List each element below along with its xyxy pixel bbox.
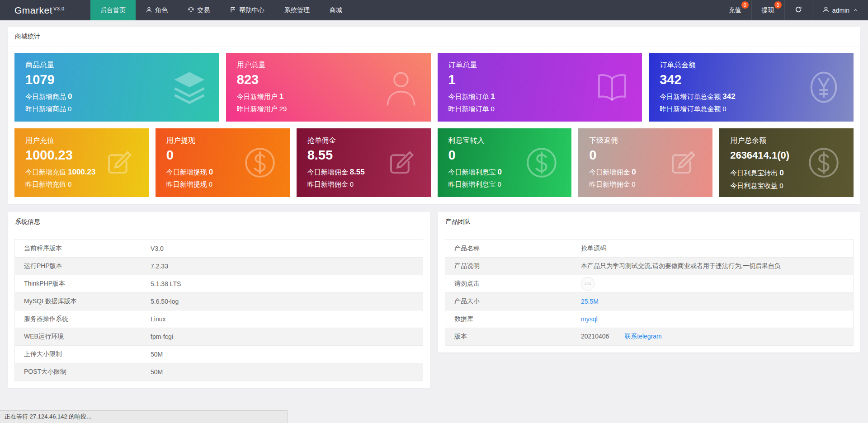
system-info-panel: 系统信息 当前程序版本V3.0运行PHP版本7.2.33ThinkPHP版本5.… bbox=[8, 212, 430, 388]
stat-card-order-amount: 订单总金额342今日新增订单总金额342昨日新增订单总金额0 bbox=[649, 53, 854, 122]
info-row-value: 抢单源码 bbox=[581, 244, 606, 253]
nav-item-roles[interactable]: 角色 bbox=[136, 0, 178, 20]
stat-card-line2-value: 0 bbox=[209, 168, 213, 176]
telegram-link[interactable]: 联系telegram bbox=[624, 333, 661, 340]
info-row: MySQL数据库版本5.6.50-log bbox=[15, 292, 423, 310]
stat-card-line2-value: 1 bbox=[279, 92, 283, 101]
stat-card-line2-label: 今日利息宝转出 bbox=[730, 169, 778, 177]
stat-card-line3-value: 0 bbox=[632, 180, 635, 188]
yen-icon bbox=[804, 67, 844, 107]
product-team-panel: 产品团队 产品名称抢单源码产品说明本产品只为学习测试交流,请勿要做商业或者用于违… bbox=[438, 212, 860, 352]
stats-row-1: 商品总量1079今日新增商品0昨日新增商品0用户总量823今日新增用户1昨日新增… bbox=[14, 53, 854, 122]
stat-card-line3-label: 昨日新增利息宝 bbox=[448, 180, 496, 188]
info-row-value: 25.5M bbox=[581, 298, 599, 305]
info-row: 服务器操作系统Linux bbox=[15, 310, 423, 328]
stat-card-line2-value: 1 bbox=[491, 92, 495, 101]
value-text: V3.0 bbox=[151, 245, 164, 252]
stat-card-line2-value: 1000.23 bbox=[68, 168, 95, 176]
stat-card-interest-in: 利息宝转入0今日新增利息宝0昨日新增利息宝0 bbox=[438, 128, 572, 197]
info-row-label: 版本 bbox=[454, 333, 581, 341]
stat-card-line2-value: 0 bbox=[632, 168, 636, 176]
info-row: 运行PHP版本7.2.33 bbox=[15, 257, 423, 275]
info-row-value: V3.0 bbox=[151, 245, 164, 252]
value-text: 7.2.33 bbox=[151, 263, 168, 270]
info-row: 上传大小限制50M bbox=[15, 345, 423, 363]
stat-card-line2-label: 今日新增佣金 bbox=[589, 168, 630, 176]
logo-text: Gmarket bbox=[14, 5, 52, 16]
info-row-label: 产品名称 bbox=[454, 244, 581, 253]
dollar-icon bbox=[240, 143, 280, 183]
stat-card-line3-label: 昨日新增提现 bbox=[166, 180, 207, 188]
refresh-icon bbox=[795, 6, 802, 14]
info-row-value: 5.6.50-log bbox=[151, 298, 179, 305]
refresh-button[interactable] bbox=[784, 0, 812, 20]
app-logo: Gmarket V3.0 bbox=[0, 0, 90, 20]
info-row: POST大小限制50M bbox=[15, 363, 423, 381]
chevron-up-icon bbox=[852, 7, 858, 14]
info-row: 数据库mysql bbox=[445, 310, 853, 328]
layers-icon bbox=[170, 67, 209, 107]
info-row-label: POST大小限制 bbox=[24, 368, 151, 376]
nav-item-help[interactable]: 帮助中心 bbox=[220, 0, 274, 20]
info-row-label: 请勿点击 bbox=[454, 280, 581, 288]
info-row-value: fpm-fcgi bbox=[151, 333, 173, 340]
info-row-value: 本产品只为学习测试交流,请勿要做商业或者用于违法行为,一切后果自负 bbox=[581, 262, 781, 270]
stat-card-line3-label: 昨日新增佣金 bbox=[589, 180, 630, 188]
stat-card-line2-label: 今日新增订单总金额 bbox=[660, 93, 721, 100]
info-row-value: 50M bbox=[151, 351, 163, 358]
stats-panel: 商城统计 商品总量1079今日新增商品0昨日新增商品0用户总量823今日新增用户… bbox=[8, 27, 860, 204]
nav-item-trade[interactable]: 交易 bbox=[178, 0, 220, 20]
dollar-icon bbox=[522, 143, 561, 183]
stat-card-line2-value: 0 bbox=[498, 168, 502, 176]
nav-item-mall[interactable]: 商城 bbox=[320, 0, 352, 20]
info-row: 版本20210406联系telegram bbox=[445, 328, 853, 345]
dollar-icon bbox=[804, 143, 844, 183]
topbar-right: 充值 0 提现 0 admin bbox=[719, 0, 868, 20]
system-info-title: 系统信息 bbox=[8, 212, 430, 232]
info-row-label: 运行PHP版本 bbox=[24, 262, 151, 270]
info-row-value: 404 bbox=[581, 275, 594, 292]
value-link[interactable]: 25.5M bbox=[581, 298, 599, 305]
info-row: ThinkPHP版本5.1.38 LTS bbox=[15, 275, 423, 292]
stat-card-line3-label: 昨日新增订单 bbox=[448, 105, 489, 113]
stat-card-line2-label: 今日新增充值 bbox=[25, 168, 66, 176]
stat-card-line3-value: 29 bbox=[279, 105, 287, 113]
withdraw-button[interactable]: 提现 0 bbox=[751, 0, 784, 20]
nav-item-label: 系统管理 bbox=[284, 6, 310, 14]
value-text: fpm-fcgi bbox=[151, 333, 173, 340]
broken-image-badge[interactable]: 404 bbox=[581, 277, 594, 291]
info-row-label: 上传大小限制 bbox=[24, 350, 151, 358]
user-menu[interactable]: admin bbox=[812, 0, 868, 20]
recharge-button[interactable]: 充值 0 bbox=[719, 0, 751, 20]
stat-card-line3-value: 0 bbox=[68, 105, 71, 113]
info-row-label: 产品大小 bbox=[454, 297, 581, 306]
stat-card-withdraw: 用户提现0今日新增提现0昨日新增提现0 bbox=[156, 128, 290, 197]
info-row-value: 50M bbox=[151, 368, 163, 376]
stat-card-line3-label: 昨日新增商品 bbox=[25, 105, 66, 113]
stat-card-orders: 订单总量1今日新增订单1昨日新增订单0 bbox=[438, 53, 642, 122]
book-icon bbox=[592, 67, 632, 107]
value-text: 5.6.50-log bbox=[151, 298, 179, 305]
info-row-value: mysql bbox=[581, 315, 598, 323]
nav-item-home[interactable]: 后台首页 bbox=[90, 0, 136, 20]
withdraw-label: 提现 bbox=[762, 6, 774, 14]
stats-panel-body: 商品总量1079今日新增商品0昨日新增商品0用户总量823今日新增用户1昨日新增… bbox=[8, 47, 860, 204]
stat-card-line3-label: 昨日新增佣金 bbox=[307, 180, 348, 188]
stat-card-users: 用户总量823今日新增用户1昨日新增用户29 bbox=[226, 53, 431, 122]
stat-card-line3-value: 0 bbox=[779, 182, 783, 189]
stat-card-line3-value: 0 bbox=[350, 180, 354, 188]
stat-card-line3-label: 昨日新增充值 bbox=[25, 180, 66, 188]
nav-item-label: 商城 bbox=[330, 6, 342, 14]
user-icon bbox=[822, 6, 830, 14]
main-nav: 后台首页角色交易帮助中心系统管理商城 bbox=[90, 0, 352, 20]
info-row: 当前程序版本V3.0 bbox=[15, 240, 423, 257]
stat-card-line2-value: 8.55 bbox=[350, 168, 365, 176]
stat-card-line3-value: 0 bbox=[491, 105, 495, 113]
value-link[interactable]: mysql bbox=[581, 315, 598, 323]
nav-item-label: 后台首页 bbox=[100, 6, 126, 14]
info-row-label: 产品说明 bbox=[454, 262, 581, 270]
nav-item-system[interactable]: 系统管理 bbox=[274, 0, 320, 20]
product-team-title: 产品团队 bbox=[438, 212, 860, 232]
stat-card-line3-value: 0 bbox=[68, 180, 71, 188]
stats-panel-title: 商城统计 bbox=[8, 27, 860, 47]
